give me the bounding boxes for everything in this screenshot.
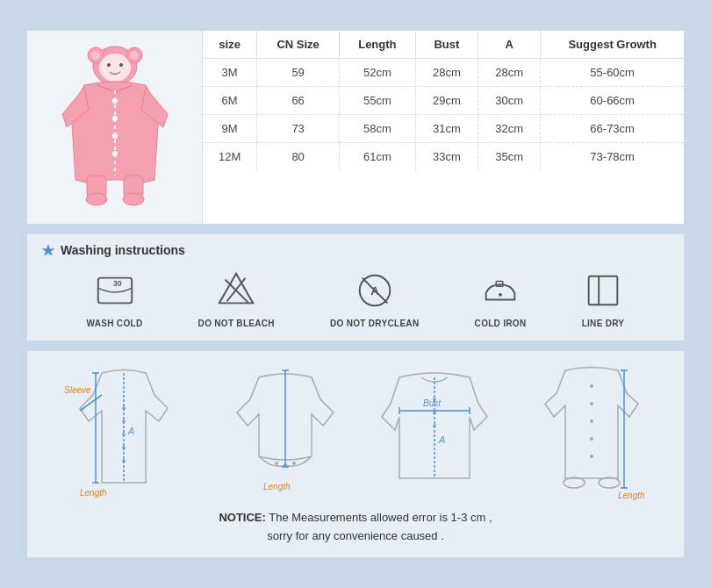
svg-text:Length: Length xyxy=(80,488,107,498)
table-cell: 35cm xyxy=(478,142,541,170)
table-cell: 33cm xyxy=(415,142,478,170)
svg-point-7 xyxy=(119,63,123,67)
wash-cold-label: WASH COLD xyxy=(87,319,143,328)
col-header-a: A xyxy=(478,31,541,59)
table-row: 6M6655cm29cm30cm60-66cm xyxy=(203,86,684,114)
col-header-size: size xyxy=(203,31,257,59)
svg-point-12 xyxy=(112,151,118,156)
size-chart-section: size CN Size Length Bust A Suggest Growt… xyxy=(26,30,685,225)
svg-point-16 xyxy=(123,193,144,205)
svg-marker-17 xyxy=(42,244,55,256)
bust-diagram: Bust A xyxy=(377,360,492,500)
size-table-wrapper: size CN Size Length Bust A Suggest Growt… xyxy=(203,31,684,224)
col-header-bust: Bust xyxy=(415,31,478,59)
diagram-romper-full: Sleeve A Length xyxy=(54,360,194,500)
line-dry-item: LINE DRY xyxy=(582,269,625,328)
svg-point-2 xyxy=(91,51,100,60)
table-cell: 55-60cm xyxy=(541,58,684,86)
svg-point-9 xyxy=(112,98,118,104)
cold-iron-icon xyxy=(479,269,521,312)
wash-cold-item: 30 WASH COLD xyxy=(87,269,143,328)
no-dryclean-item: A DO NOT DRYCLEAN xyxy=(330,269,419,328)
svg-point-65 xyxy=(590,437,593,441)
col-header-growth: Suggest Growth xyxy=(541,31,684,59)
svg-point-68 xyxy=(599,477,620,488)
no-bleach-item: DO NOT BLEACH xyxy=(198,269,275,328)
svg-point-15 xyxy=(86,193,107,205)
washing-title: Washing instructions xyxy=(41,243,670,257)
no-dryclean-icon: A xyxy=(354,269,396,312)
table-cell: 61cm xyxy=(339,142,415,170)
romper-diagram-2: Length xyxy=(526,360,657,500)
table-cell: 32cm xyxy=(478,114,541,142)
romper-diagram-1: Sleeve A Length xyxy=(54,360,194,500)
svg-point-66 xyxy=(590,455,593,458)
svg-point-5 xyxy=(99,54,131,82)
cold-iron-label: COLD IRON xyxy=(475,319,527,328)
svg-point-4 xyxy=(130,51,139,60)
svg-point-10 xyxy=(112,116,118,121)
diagrams-row: Sleeve A Length xyxy=(36,360,675,500)
svg-line-27 xyxy=(362,277,387,303)
svg-point-46 xyxy=(275,462,278,465)
table-cell: 29cm xyxy=(415,86,478,114)
table-cell: 3M xyxy=(203,58,257,86)
baby-romper-illustration xyxy=(45,39,185,215)
table-row: 3M5952cm28cm28cm55-60cm xyxy=(203,58,684,86)
diagram-romper-right: Length xyxy=(526,360,657,500)
table-cell: 9M xyxy=(203,114,257,142)
svg-rect-30 xyxy=(589,276,618,305)
no-dryclean-label: DO NOT DRYCLEAN xyxy=(330,319,419,328)
svg-text:Length: Length xyxy=(263,482,291,491)
svg-text:A: A xyxy=(127,426,134,436)
svg-text:Bust: Bust xyxy=(423,398,442,408)
diagram-onesie: Length xyxy=(228,360,342,500)
svg-text:Length: Length xyxy=(618,491,645,500)
wash-cold-icon: 30 xyxy=(94,269,136,312)
table-cell: 30cm xyxy=(478,86,541,114)
line-dry-icon xyxy=(582,269,624,312)
no-bleach-icon xyxy=(215,269,257,312)
product-image xyxy=(27,31,203,224)
size-table: size CN Size Length Bust A Suggest Growt… xyxy=(203,31,684,170)
table-cell: 55cm xyxy=(339,86,415,114)
col-header-cn: CN Size xyxy=(257,31,340,59)
star-icon xyxy=(41,243,55,257)
onesie-diagram: Length xyxy=(228,360,342,500)
table-cell: 28cm xyxy=(478,58,541,86)
table-cell: 52cm xyxy=(339,58,415,86)
cold-iron-item: COLD IRON xyxy=(475,269,527,328)
svg-point-63 xyxy=(590,402,593,405)
svg-text:Sleeve: Sleeve xyxy=(64,385,91,395)
main-container: size CN Size Length Bust A Suggest Growt… xyxy=(18,21,693,568)
table-cell: 80 xyxy=(257,142,340,170)
table-cell: 66 xyxy=(257,86,340,114)
line-dry-label: LINE DRY xyxy=(582,319,625,328)
table-cell: 31cm xyxy=(415,114,478,142)
washing-section: Washing instructions 30 WASH COLD xyxy=(26,233,685,341)
notice-text: NOTICE: The Measurements allowed error i… xyxy=(36,509,675,546)
table-cell: 73 xyxy=(257,114,340,142)
table-row: 9M7358cm31cm32cm66-73cm xyxy=(203,114,684,142)
table-cell: 6M xyxy=(203,86,257,114)
svg-point-29 xyxy=(499,293,502,297)
no-bleach-label: DO NOT BLEACH xyxy=(198,319,275,328)
measurement-section: Sleeve A Length xyxy=(26,350,685,559)
table-cell: 12M xyxy=(203,142,257,170)
table-cell: 28cm xyxy=(415,58,478,86)
svg-point-62 xyxy=(590,384,593,388)
svg-text:A: A xyxy=(438,434,445,445)
washing-icons-row: 30 WASH COLD DO NOT BLEACH xyxy=(41,269,670,328)
table-cell: 66-73cm xyxy=(541,114,684,142)
notice-text-2: sorry for any convenience caused . xyxy=(267,529,444,542)
svg-point-48 xyxy=(292,462,296,465)
table-row: 12M8061cm33cm35cm73-78cm xyxy=(203,142,684,170)
diagram-bust: Bust A xyxy=(377,360,492,500)
table-cell: 60-66cm xyxy=(541,86,684,114)
table-cell: 58cm xyxy=(339,114,415,142)
col-header-length: Length xyxy=(339,31,415,59)
svg-text:30: 30 xyxy=(113,279,122,288)
svg-point-6 xyxy=(107,63,111,67)
svg-point-67 xyxy=(564,477,585,488)
table-cell: 59 xyxy=(257,58,340,86)
